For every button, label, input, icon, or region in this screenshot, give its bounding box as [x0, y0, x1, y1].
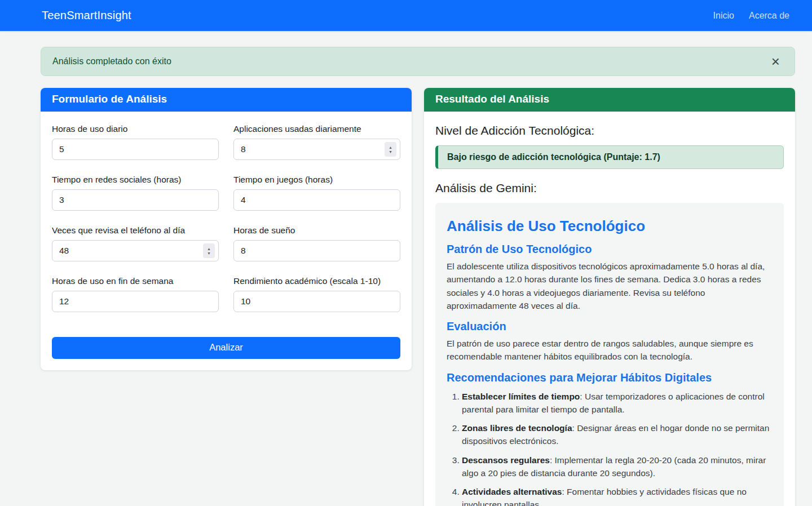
form-card-title: Formulario de Análisis [41, 88, 412, 112]
results-card-body: Nivel de Adicción Tecnológica: Bajo ries… [424, 112, 795, 506]
form-card-body: Horas de uso diario Aplicaciones usadas … [41, 112, 412, 370]
horas-sueno-input[interactable] [233, 240, 400, 261]
close-icon[interactable]: × [768, 56, 783, 66]
success-alert: Análisis completado con éxito × [41, 47, 795, 76]
tiempo-juegos-input[interactable] [233, 189, 400, 211]
veces-revisa-telefono-input[interactable] [52, 240, 219, 261]
rendimiento-academico-input[interactable] [233, 291, 400, 312]
analyze-button[interactable]: Analizar [52, 337, 400, 359]
analysis-section-heading: Evaluación [447, 320, 773, 333]
field-horas-sueno: Horas de sueño [233, 225, 400, 261]
field-horas-uso-diario: Horas de uso diario [52, 124, 219, 160]
field-label: Veces que revisa el teléfono al día [52, 225, 219, 236]
navbar-links: Inicio Acerca de [713, 11, 789, 21]
gemini-analysis-box: Análisis de Uso Tecnológico Patrón de Us… [435, 203, 784, 506]
field-veces-revisa-telefono: Veces que revisa el teléfono al día ▴▾ [52, 225, 219, 261]
recommendations-heading: Recomendaciones para Mejorar Hábitos Dig… [447, 371, 773, 384]
list-item: Zonas libres de tecnología: Designar áre… [462, 421, 773, 448]
tiempo-redes-sociales-input[interactable] [52, 189, 219, 211]
number-stepper-icon[interactable]: ▴▾ [385, 142, 396, 157]
recommendations-list: Establecer límites de tiempo: Usar tempo… [447, 390, 773, 506]
horas-uso-diario-input[interactable] [52, 139, 219, 160]
field-label: Horas de sueño [233, 225, 400, 236]
analysis-title: Análisis de Uso Tecnológico [447, 218, 773, 235]
field-label: Rendimiento académico (escala 1-10) [233, 276, 400, 286]
results-card: Resultado del Análisis Nivel de Adicción… [424, 88, 795, 506]
brand-logo[interactable]: TeenSmartInsight [42, 9, 131, 22]
horas-fin-semana-input[interactable] [52, 291, 219, 312]
field-tiempo-redes-sociales: Tiempo en redes sociales (horas) [52, 175, 219, 211]
field-horas-fin-semana: Horas de uso en fin de semana [52, 276, 219, 312]
gemini-analysis-heading: Análisis de Gemini: [435, 181, 784, 195]
aplicaciones-diarias-input[interactable] [233, 139, 400, 160]
content-row: Formulario de Análisis Horas de uso diar… [41, 88, 795, 506]
field-rendimiento-academico: Rendimiento académico (escala 1-10) [233, 276, 400, 312]
field-label: Aplicaciones usadas diariamente [233, 124, 400, 134]
nav-link-inicio[interactable]: Inicio [713, 11, 734, 21]
field-aplicaciones-diarias: Aplicaciones usadas diariamente ▴▾ [233, 124, 400, 160]
results-card-title: Resultado del Análisis [424, 88, 795, 112]
page: Análisis completado con éxito × Formular… [0, 31, 812, 506]
number-stepper-icon[interactable]: ▴▾ [203, 243, 215, 258]
analysis-section-text: El adolescente utiliza dispositivos tecn… [447, 260, 773, 312]
field-tiempo-juegos: Tiempo en juegos (horas) [233, 175, 400, 211]
navbar: TeenSmartInsight Inicio Acerca de [0, 0, 812, 31]
addiction-level-badge: Bajo riesgo de adicción tecnológica (Pun… [435, 145, 784, 169]
list-item: Descansos regulares: Implementar la regl… [462, 454, 773, 480]
nav-link-acerca-de[interactable]: Acerca de [749, 11, 789, 21]
field-label: Tiempo en juegos (horas) [233, 175, 400, 185]
addiction-level-heading: Nivel de Adicción Tecnológica: [435, 124, 784, 137]
list-item: Establecer límites de tiempo: Usar tempo… [462, 390, 773, 416]
field-label: Horas de uso diario [52, 124, 219, 134]
analysis-form-card: Formulario de Análisis Horas de uso diar… [41, 88, 412, 370]
list-item: Actividades alternativas: Fomentar hobbi… [462, 485, 773, 506]
analysis-section-heading: Patrón de Uso Tecnológico [447, 243, 773, 256]
analysis-section-text: El patrón de uso parece estar dentro de … [447, 337, 773, 363]
alert-message: Análisis completado con éxito [52, 56, 171, 66]
field-label: Horas de uso en fin de semana [52, 276, 219, 286]
field-label: Tiempo en redes sociales (horas) [52, 175, 219, 185]
